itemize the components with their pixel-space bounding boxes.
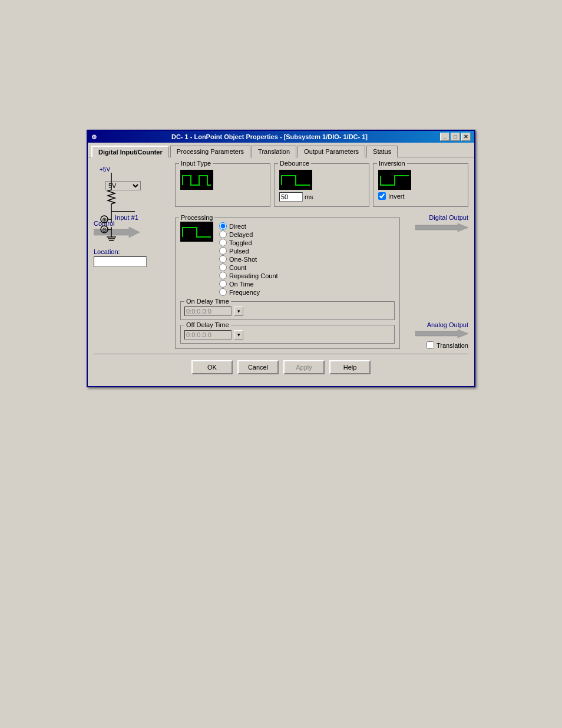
radio-count-label: Count (229, 264, 246, 271)
analog-output-section: Analog Output Translation (415, 321, 468, 349)
debounce-waveform (279, 170, 364, 190)
radio-count-input[interactable] (219, 263, 227, 271)
on-delay-legend: On Delay Time (184, 298, 231, 305)
top-groups-row: Input Type Debounce (175, 163, 468, 210)
radio-repeating-count: Repeating Count (219, 272, 278, 279)
radio-repeating-count-input[interactable] (219, 272, 227, 279)
radio-toggled: Toggled (219, 239, 278, 246)
off-delay-btn[interactable]: ▾ (234, 330, 243, 340)
radio-frequency-label: Frequency (229, 289, 260, 296)
ok-button[interactable]: OK (191, 360, 233, 374)
debounce-input[interactable] (279, 192, 303, 202)
input-type-waveform (180, 170, 265, 190)
on-delay-input[interactable] (184, 307, 232, 316)
inversion-waveform-svg (378, 170, 411, 190)
translation-label: Translation (437, 342, 468, 349)
processing-row: Processing (175, 214, 468, 349)
processing-legend: Processing (179, 214, 214, 221)
radio-on-time: On Time (219, 280, 278, 288)
radio-toggled-input[interactable] (219, 239, 227, 246)
tab-status[interactable]: Status (366, 146, 398, 157)
window-title: DC- 1 - LonPoint Object Properties - [Su… (171, 133, 368, 140)
invert-label: Invert (388, 193, 405, 200)
location-label: Location: (94, 248, 170, 255)
radio-direct: Direct (219, 222, 278, 230)
title-bar: ⊕ DC- 1 - LonPoint Object Properties - [… (88, 131, 474, 143)
invert-checkbox[interactable] (378, 192, 386, 200)
radio-oneshot: One-Shot (219, 255, 278, 263)
radio-pulsed: Pulsed (219, 247, 278, 255)
off-delay-row: ▾ (184, 330, 391, 340)
help-button[interactable]: Help (329, 360, 371, 374)
tab-processing-parameters[interactable]: Processing Parameters (170, 146, 250, 157)
inversion-group: Inversion Invert (373, 163, 468, 207)
minimize-button[interactable]: _ (440, 133, 449, 141)
left-panel: +5V ⊕ (94, 163, 170, 349)
svg-text:+5V: +5V (100, 166, 110, 173)
tab-translation[interactable]: Translation (252, 146, 296, 157)
close-button[interactable]: ✕ (461, 133, 471, 141)
title-icon: ⊕ (91, 133, 97, 141)
radio-repeating-count-label: Repeating Count (229, 272, 278, 279)
maximize-button[interactable]: □ (451, 133, 460, 141)
tab-digital-input-counter[interactable]: Digital Input/Counter (91, 146, 169, 157)
radio-pulsed-label: Pulsed (229, 248, 249, 255)
off-delay-legend: Off Delay Time (184, 321, 231, 328)
on-delay-row: ▾ (184, 307, 391, 316)
off-delay-input[interactable] (184, 330, 232, 340)
debounce-unit: ms (305, 193, 313, 200)
analog-output-arrow-svg (415, 330, 468, 338)
debounce-waveform-svg (279, 170, 312, 190)
off-delay-group: Off Delay Time ▾ (180, 325, 395, 344)
input-type-legend: Input Type (179, 160, 213, 167)
input-label: Input #1 (115, 214, 138, 221)
tab-bar: Digital Input/Counter Processing Paramet… (88, 143, 474, 157)
processing-group: Processing (175, 218, 400, 349)
inversion-legend: Inversion (377, 160, 407, 167)
radio-on-time-label: On Time (229, 281, 254, 288)
main-window: ⊕ DC- 1 - LonPoint Object Properties - [… (87, 130, 475, 387)
location-input[interactable] (94, 256, 147, 267)
digital-output-arrow-svg (415, 223, 468, 232)
radio-direct-label: Direct (229, 223, 246, 230)
invert-check-row: Invert (378, 192, 463, 200)
translation-row: Translation (415, 341, 468, 349)
radio-count: Count (219, 263, 278, 271)
translation-checkbox[interactable] (427, 341, 434, 349)
processing-radios: Direct Delayed Toggled (219, 222, 278, 297)
center-panel: Input Type Debounce (175, 163, 468, 349)
debounce-legend: Debounce (278, 160, 311, 167)
digital-output-section: Digital Output (415, 214, 468, 233)
processing-waveform-svg (180, 222, 213, 242)
analog-output-label: Analog Output (415, 321, 468, 328)
svg-marker-18 (415, 330, 468, 338)
radio-delayed-input[interactable] (219, 230, 227, 238)
radio-delayed: Delayed (219, 230, 278, 238)
right-column: Digital Output Analog Output (404, 214, 468, 349)
radio-frequency-input[interactable] (219, 288, 227, 296)
on-delay-btn[interactable]: ▾ (234, 307, 243, 316)
processing-waveform (180, 222, 213, 297)
input-type-group: Input Type (175, 163, 270, 207)
processing-content: Direct Delayed Toggled (180, 222, 395, 297)
debounce-group: Debounce ms (274, 163, 369, 207)
title-bar-buttons: _ □ ✕ (440, 133, 471, 141)
svg-text:⊖: ⊖ (102, 226, 107, 233)
radio-on-time-input[interactable] (219, 280, 227, 288)
content-area: +5V ⊕ (88, 157, 474, 386)
svg-marker-17 (415, 223, 468, 232)
cancel-button[interactable]: Cancel (237, 360, 279, 374)
radio-oneshot-label: One-Shot (229, 256, 257, 263)
input-type-waveform-svg (180, 170, 213, 190)
radio-delayed-label: Delayed (229, 231, 253, 238)
radio-pulsed-input[interactable] (219, 247, 227, 255)
apply-button[interactable]: Apply (283, 360, 325, 374)
svg-text:⊕: ⊕ (102, 216, 107, 223)
radio-toggled-label: Toggled (229, 239, 252, 246)
radio-oneshot-input[interactable] (219, 255, 227, 263)
tab-output-parameters[interactable]: Output Parameters (297, 146, 365, 157)
digital-output-label: Digital Output (415, 214, 468, 221)
circuit-svg: +5V ⊕ (94, 163, 158, 246)
radio-direct-input[interactable] (219, 222, 227, 230)
location-section: Location: (94, 248, 170, 267)
